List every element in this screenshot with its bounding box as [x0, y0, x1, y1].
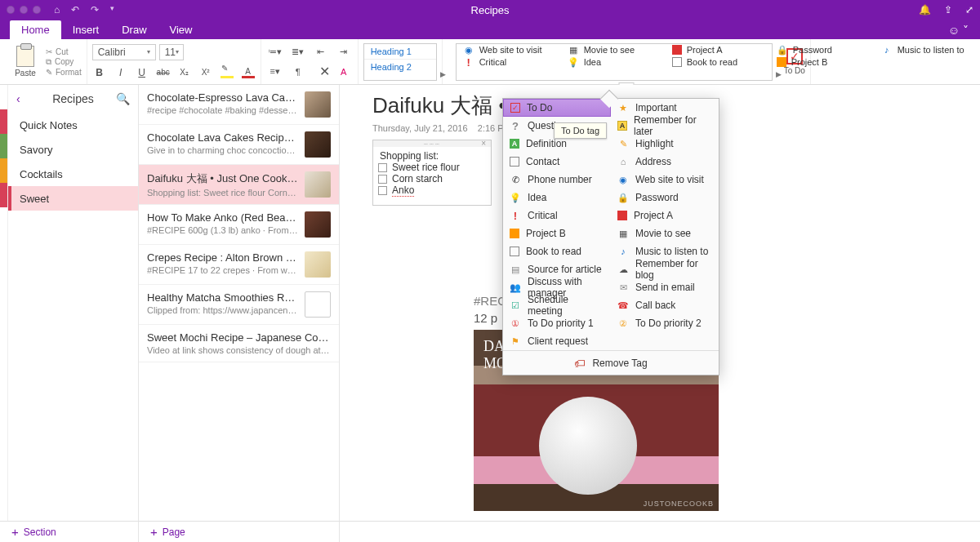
tag-option-book[interactable]: Book to read	[503, 242, 611, 260]
notifications-icon[interactable]: 🔔	[919, 4, 931, 16]
quick-access-toolbar[interactable]: ⌂ ↶ ↷ ▾	[54, 4, 114, 16]
tags-gallery[interactable]: ◉Web site to visit !Critical ▦Movie to s…	[456, 43, 773, 81]
tag-option-project-a[interactable]: Project A	[611, 207, 719, 224]
tab-insert[interactable]: Insert	[61, 20, 111, 39]
page-item[interactable]: Daifuku 大福 • Just One Cookbo…Shopping li…	[139, 165, 339, 205]
todo-item[interactable]: Corn starch	[378, 173, 486, 184]
globe-icon: ◉	[463, 44, 474, 56]
delete-button[interactable]: ✕	[320, 63, 330, 81]
cut-button[interactable]: ✂Cut	[46, 47, 82, 56]
indent-button[interactable]: ⇥	[335, 43, 353, 61]
tag-option-movie[interactable]: ▦Movie to see	[611, 224, 719, 242]
qat-more-icon[interactable]: ▾	[110, 4, 114, 16]
paragraph-spacing-button[interactable]: ¶	[289, 63, 307, 81]
tag-option-project-b[interactable]: Project B	[503, 224, 611, 242]
superscript-button[interactable]: X²	[198, 65, 213, 80]
checkbox-icon[interactable]	[378, 163, 387, 172]
tag-option-password[interactable]: 🔒Password	[611, 189, 719, 207]
font-family-select[interactable]: Calibri▾	[92, 44, 156, 60]
tag-option-blog[interactable]: ☁Remember for blog	[611, 260, 719, 278]
feedback-icon[interactable]: ☺ ˅	[948, 24, 969, 37]
page-item[interactable]: Sweet Mochi Recipe – Japanese Cooki…Vide…	[139, 325, 339, 362]
page-item[interactable]: Chocolate Lava Cakes Recipe -…Give in to…	[139, 125, 339, 165]
tag-option-client[interactable]: ⚑Client request	[503, 332, 719, 350]
copy-button[interactable]: ⧉Copy	[46, 57, 82, 67]
house-icon: ⌂	[617, 156, 629, 167]
tag-option-highlight[interactable]: ✎Highlight	[611, 135, 719, 153]
speech-icon: ☁	[617, 264, 629, 275]
italic-button[interactable]: I	[114, 65, 128, 80]
section-item[interactable]: Quick Notes	[8, 113, 138, 137]
style-heading1[interactable]: Heading 1	[364, 44, 436, 59]
brush-icon: ✎	[46, 68, 52, 77]
tag-option-meeting[interactable]: ☑Schedule meeting	[503, 296, 611, 314]
todo-item[interactable]: Anko	[378, 184, 486, 197]
note-container[interactable]: ┄┄┄ Shopping list: Sweet rice flour Corn…	[372, 140, 492, 206]
globe-icon: ◉	[617, 174, 629, 185]
back-icon[interactable]: ‹	[16, 92, 20, 105]
strikethrough-button[interactable]: abc	[156, 65, 171, 80]
plus-icon: +	[150, 525, 158, 539]
window-controls[interactable]	[0, 6, 41, 14]
add-section-button[interactable]: +Section	[0, 522, 139, 542]
bold-button[interactable]: B	[92, 65, 107, 80]
page-item[interactable]: Healthy Matcha Smoothies Reci…Clipped fr…	[139, 285, 339, 325]
subscript-button[interactable]: X₂	[177, 65, 192, 80]
tag-option-todo[interactable]: ✓To Do	[503, 99, 611, 117]
styles-gallery[interactable]: Heading 1 Heading 2 ▶	[363, 43, 437, 81]
tab-view[interactable]: View	[158, 20, 204, 39]
fullscreen-icon[interactable]: ⤢	[965, 4, 973, 16]
tab-draw[interactable]: Draw	[110, 20, 158, 39]
tag-option-website[interactable]: ◉Web site to visit	[611, 171, 719, 189]
critical-icon: !	[463, 56, 474, 68]
project-a-icon	[672, 45, 682, 55]
section-item[interactable]: Sweet	[8, 186, 138, 211]
search-icon[interactable]: 🔍	[116, 92, 130, 105]
checkbox-icon[interactable]	[378, 186, 387, 195]
style-heading2[interactable]: Heading 2	[364, 59, 436, 74]
tab-home[interactable]: Home	[10, 20, 61, 39]
section-item[interactable]: Savory	[8, 137, 138, 162]
tag-option-critical[interactable]: !Critical	[503, 207, 611, 224]
tag-option-contact[interactable]: Contact	[503, 153, 611, 171]
numbering-button[interactable]: ≣▾	[289, 43, 307, 61]
paste-button[interactable]: Paste	[8, 46, 42, 78]
redo-icon[interactable]: ↷	[91, 4, 99, 16]
outdent-button[interactable]: ⇤	[312, 43, 330, 61]
font-color-button[interactable]: A	[241, 65, 256, 80]
remove-tag-button[interactable]: 🏷 Remove Tag	[503, 350, 719, 375]
page-item[interactable]: Crepes Recipe : Alton Brown : F…#RECIPE …	[139, 245, 339, 285]
idea-icon: 💡	[568, 56, 579, 68]
tag-option-phone[interactable]: ✆Phone number	[503, 171, 611, 189]
tags-expand-icon[interactable]: ▶	[776, 70, 782, 78]
save-icon[interactable]: ⌂	[54, 4, 60, 16]
checkbox-icon[interactable]	[378, 175, 387, 184]
undo-icon[interactable]: ↶	[71, 4, 79, 16]
tag-option-address[interactable]: ⌂Address	[611, 153, 719, 171]
bullets-button[interactable]: ≔▾	[266, 43, 284, 61]
section-color-gutter	[0, 85, 8, 542]
add-page-button[interactable]: +Page	[139, 522, 340, 542]
todo-item[interactable]: Sweet rice flour	[378, 162, 486, 173]
page-item[interactable]: How To Make Anko (Red Bean P…#RECIPE 600…	[139, 205, 339, 245]
page-item[interactable]: Chocolate-Espresso Lava Cakes…#recipe #c…	[139, 85, 339, 125]
tag-option-priority1[interactable]: ①To Do priority 1	[503, 314, 611, 332]
tag-option-priority2[interactable]: ②To Do priority 2	[611, 314, 719, 332]
sections-header: ‹ Recipes 🔍	[8, 85, 138, 113]
underline-button[interactable]: U	[135, 65, 149, 80]
highlight-button[interactable]	[220, 65, 234, 80]
format-painter-button[interactable]: ✎Format	[46, 68, 82, 77]
share-icon[interactable]: ⇪	[944, 4, 952, 16]
align-button[interactable]: ≡▾	[266, 63, 284, 81]
clear-formatting-button[interactable]: A	[335, 63, 353, 81]
section-item[interactable]: Cocktails	[8, 162, 138, 186]
star-icon: ★	[617, 102, 629, 113]
lock-icon: 🔒	[617, 192, 629, 203]
tag-option-email[interactable]: ✉Send in email	[611, 278, 719, 296]
font-size-select[interactable]: 11▾	[159, 44, 184, 60]
page-thumbnail	[305, 171, 331, 198]
container-drag-handle[interactable]: ┄┄┄	[373, 140, 491, 147]
tag-option-callback[interactable]: ☎Call back	[611, 296, 719, 314]
tag-option-remember[interactable]: ARemember for later	[611, 117, 719, 135]
tag-option-idea[interactable]: 💡Idea	[503, 189, 611, 207]
